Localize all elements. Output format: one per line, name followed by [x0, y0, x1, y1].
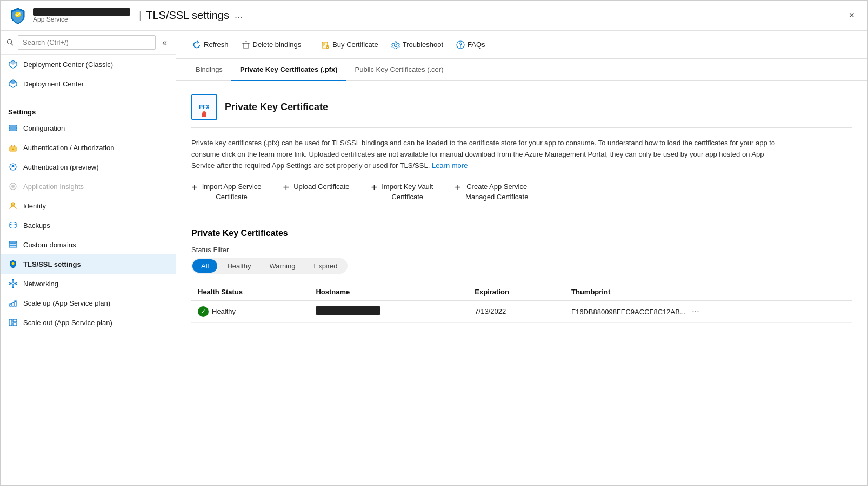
svg-rect-19	[9, 244, 17, 245]
delete-bindings-label: Delete bindings	[253, 40, 302, 49]
pfx-certificate-icon: PFX	[191, 94, 217, 120]
filter-warning[interactable]: Warning	[261, 259, 304, 273]
sidebar-scroll: Deployment Center (Classic) Deployment C…	[1, 55, 176, 485]
plus-icon: +	[283, 182, 290, 193]
import-key-vault-button[interactable]: + Import Key VaultCertificate	[371, 182, 433, 201]
status-dot: ✓	[198, 306, 209, 317]
delete-bindings-button[interactable]: Delete bindings	[236, 37, 307, 52]
sidebar-item-label: Deployment Center	[23, 80, 84, 88]
faqs-icon	[456, 40, 465, 49]
svg-point-11	[12, 148, 14, 150]
delete-icon	[242, 40, 250, 49]
troubleshoot-icon	[391, 40, 400, 49]
sidebar-item-identity[interactable]: Identity	[1, 196, 176, 215]
svg-marker-4	[9, 60, 17, 65]
auth-preview-icon	[8, 162, 18, 172]
sidebar-item-label: Configuration	[23, 124, 65, 132]
refresh-button[interactable]: Refresh	[187, 37, 234, 52]
sidebar-item-label: Application Insights	[23, 183, 84, 191]
close-button[interactable]: ×	[844, 8, 859, 23]
buy-certificate-button[interactable]: Buy Certificate	[316, 37, 384, 52]
plus-icon: +	[191, 182, 198, 193]
refresh-label: Refresh	[204, 40, 229, 49]
sidebar-item-application-insights[interactable]: Application Insights	[1, 177, 176, 196]
sidebar-item-tls-ssl-settings[interactable]: TLS/SSL settings	[1, 254, 176, 274]
certs-list-title: Private Key Certificates	[191, 228, 852, 238]
create-managed-button[interactable]: + Create App ServiceManaged Certificate	[455, 182, 528, 201]
sidebar: « Deployment Center (Classic)	[1, 31, 176, 485]
plus-icon: +	[455, 182, 461, 193]
settings-section-label: Settings	[1, 100, 176, 118]
learn-more-link[interactable]: Learn more	[432, 161, 468, 170]
scale-out-icon	[8, 318, 18, 327]
settings-divider	[8, 97, 168, 97]
svg-rect-9	[9, 130, 17, 131]
sidebar-item-scale-out[interactable]: Scale out (App Service plan)	[1, 313, 176, 332]
filter-healthy[interactable]: Healthy	[218, 259, 259, 273]
sidebar-item-custom-domains[interactable]: Custom domains	[1, 235, 176, 254]
search-input[interactable]	[18, 35, 156, 50]
col-expiration: Expiration	[468, 284, 565, 301]
sidebar-item-auth-preview[interactable]: Authentication (preview)	[1, 157, 176, 177]
faqs-label: FAQs	[468, 40, 485, 49]
title-separator: |	[139, 9, 142, 22]
svg-rect-32	[13, 323, 17, 326]
import-app-service-label: Import App ServiceCertificate	[202, 182, 262, 201]
sidebar-item-label: Identity	[23, 202, 46, 210]
sidebar-item-deployment-center[interactable]: Deployment Center	[1, 74, 176, 93]
azure-shield-icon	[9, 7, 26, 24]
cell-expiration: 7/13/2022	[468, 300, 565, 322]
certificate-icon	[321, 40, 330, 49]
sidebar-item-configuration[interactable]: Configuration	[1, 118, 176, 138]
svg-point-16	[11, 202, 15, 206]
toolbar: Refresh Delete bindings	[176, 31, 867, 59]
filter-label: Status Filter	[191, 246, 852, 254]
app-name: App Service	[33, 8, 130, 23]
col-health-status: Health Status	[191, 284, 309, 301]
sidebar-item-auth-authorization[interactable]: Authentication / Authorization	[1, 138, 176, 157]
sidebar-item-backups[interactable]: Backups	[1, 215, 176, 235]
cert-section-title: Private Key Certificate	[225, 102, 328, 113]
sidebar-collapse-button[interactable]: «	[159, 37, 170, 49]
app-container: App Service | TLS/SSL settings ... × «	[0, 0, 868, 486]
domains-icon	[8, 240, 18, 249]
plus-icon: +	[371, 182, 378, 193]
import-app-service-button[interactable]: + Import App ServiceCertificate	[191, 182, 262, 201]
sidebar-item-scale-up[interactable]: Scale up (App Service plan)	[1, 293, 176, 313]
faqs-button[interactable]: FAQs	[451, 37, 491, 52]
tab-bindings[interactable]: Bindings	[187, 59, 231, 81]
search-icon	[6, 38, 15, 47]
upload-certificate-button[interactable]: + Upload Certificate	[283, 182, 350, 201]
hostname-redacted	[316, 306, 380, 315]
sidebar-item-deployment-center-classic[interactable]: Deployment Center (Classic)	[1, 55, 176, 74]
svg-point-22	[12, 282, 14, 285]
row-more-options-button[interactable]: ···	[692, 307, 699, 316]
action-buttons-row: + Import App ServiceCertificate + Upload…	[191, 182, 852, 213]
cube2-icon	[8, 79, 18, 89]
status-label: Healthy	[212, 307, 236, 315]
filter-all[interactable]: All	[192, 259, 217, 273]
sidebar-item-networking[interactable]: Networking	[1, 274, 176, 293]
cert-header: PFX Private Key Certificate	[191, 94, 852, 128]
main-layout: « Deployment Center (Classic)	[1, 31, 867, 485]
cube-icon	[8, 59, 18, 69]
sidebar-item-label: TLS/SSL settings	[23, 260, 81, 268]
filter-expired[interactable]: Expired	[305, 259, 346, 273]
sidebar-item-label: Scale out (App Service plan)	[23, 319, 112, 327]
troubleshoot-button[interactable]: Troubleshoot	[386, 37, 449, 52]
tab-private-key-certs[interactable]: Private Key Certificates (.pfx)	[231, 59, 346, 81]
status-filter: All Healthy Warning Expired	[191, 258, 348, 274]
svg-rect-20	[9, 246, 17, 247]
more-options-button[interactable]: ...	[235, 10, 243, 21]
svg-point-21	[12, 262, 15, 265]
cell-thumbprint: F16DB880098FEC9ACCF8C12AB... ···	[565, 300, 852, 322]
svg-marker-6	[9, 80, 17, 84]
networking-icon	[8, 279, 18, 288]
upload-certificate-label: Upload Certificate	[293, 182, 349, 192]
insights-icon	[8, 181, 18, 191]
content-area: Refresh Delete bindings	[176, 31, 867, 485]
tabs-bar: Bindings Private Key Certificates (.pfx)…	[176, 59, 867, 81]
tab-public-key-certs[interactable]: Public Key Certificates (.cer)	[346, 59, 452, 81]
svg-point-13	[12, 165, 14, 167]
title-bar: App Service | TLS/SSL settings ... ×	[1, 1, 867, 31]
